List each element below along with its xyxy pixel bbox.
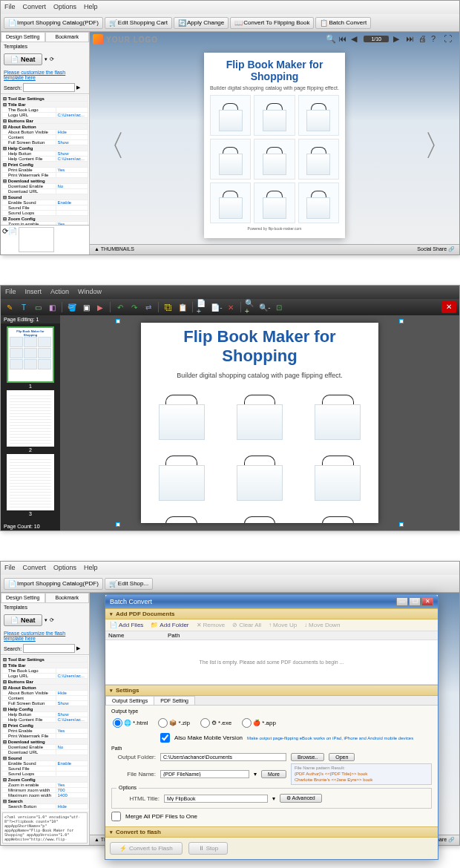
tab-pdf-setting[interactable]: PDF Setting bbox=[154, 696, 195, 705]
template-dropdown-icon[interactable]: ▾ bbox=[45, 617, 47, 623]
redo-icon[interactable]: ↷ bbox=[128, 301, 140, 313]
import-catalog-button[interactable]: Import Shopping Catalog(PDF) bbox=[4, 578, 103, 590]
stop-button[interactable]: ⏸ Stop bbox=[188, 842, 228, 855]
setting-row[interactable]: Logo URLC:\Users\ac... bbox=[2, 113, 88, 118]
setting-row[interactable]: Help Content FileC:\Users\ac... bbox=[2, 157, 88, 162]
setting-row[interactable]: Download EnableNo bbox=[2, 745, 88, 750]
close-button[interactable]: ✕ bbox=[441, 301, 456, 313]
html-title-input[interactable] bbox=[164, 795, 268, 803]
edit-cart-button[interactable]: Edit Shop... bbox=[105, 578, 153, 590]
merge-checkbox[interactable] bbox=[111, 812, 121, 821]
frame-tool-icon[interactable]: ▣ bbox=[80, 301, 92, 313]
setting-row[interactable]: Download EnableNo bbox=[2, 184, 88, 189]
search-input[interactable] bbox=[23, 644, 75, 653]
thumb-refresh-icon[interactable]: ⟳📄 bbox=[2, 227, 17, 253]
file-list[interactable]: The list is empty. Please add some PDF d… bbox=[105, 640, 438, 685]
setting-row[interactable]: Full Screen ButtonShow bbox=[2, 701, 88, 706]
setting-row[interactable]: Help ButtonShow bbox=[2, 151, 88, 157]
batch-convert-button[interactable]: Batch Convert bbox=[315, 17, 371, 29]
setting-row[interactable]: Maximum zoom width1400 bbox=[2, 793, 88, 798]
import-catalog-button[interactable]: Import Shopping Catalog(PDF) bbox=[4, 17, 103, 29]
template-selector[interactable]: 📄Neat bbox=[4, 614, 42, 626]
setting-row[interactable]: ⊟ Zoom Config bbox=[2, 216, 88, 222]
template-selector[interactable]: 📄Neat bbox=[4, 53, 42, 65]
open-button[interactable]: Open bbox=[329, 753, 355, 761]
fit-icon[interactable]: ⊡ bbox=[273, 301, 285, 313]
thumbnails-button[interactable]: ▲ THUMBNAILS bbox=[94, 246, 134, 253]
convert-to-flash-button[interactable]: ⚡ Convert to Flash bbox=[110, 842, 183, 855]
setting-row[interactable]: Print Watermark File bbox=[2, 173, 88, 178]
setting-row[interactable]: ⊟ Help Config bbox=[2, 145, 88, 151]
menu-options[interactable]: Options bbox=[53, 3, 76, 12]
menu-convert[interactable]: Convert bbox=[23, 3, 47, 12]
template-dropdown-icon[interactable]: ▾ bbox=[45, 56, 47, 62]
setting-row[interactable]: ⊟ Zoom Config bbox=[2, 777, 88, 783]
editor-canvas[interactable]: Flip Book Maker for Shopping Builder dig… bbox=[60, 315, 459, 530]
remove-button[interactable]: ✕ Remove bbox=[197, 622, 226, 628]
setting-row[interactable]: ⊟ Help Config bbox=[2, 706, 88, 712]
page-left-arrow[interactable]: 〈 bbox=[96, 125, 125, 166]
setting-row[interactable]: ⊟ About Button bbox=[2, 124, 88, 130]
add-folder-button[interactable]: 📁 Add Folder bbox=[151, 622, 188, 628]
add-page-icon[interactable]: 📄+ bbox=[197, 301, 208, 313]
tab-design-setting[interactable]: Design Setting bbox=[1, 593, 45, 603]
setting-row[interactable]: ⊟ Print Config bbox=[2, 723, 88, 729]
customize-template-link[interactable]: Please customize the flash template here bbox=[1, 68, 89, 82]
first-page-icon[interactable]: ⏮ bbox=[338, 35, 346, 43]
undo-icon[interactable]: ↶ bbox=[114, 301, 126, 313]
setting-row[interactable]: ⊟ Tool Bar Settings bbox=[2, 657, 88, 662]
search-go-icon[interactable]: ▶ bbox=[76, 645, 80, 651]
setting-row[interactable]: ⊟ Sound bbox=[2, 755, 88, 761]
setting-row[interactable]: Print Watermark File bbox=[2, 734, 88, 739]
setting-row[interactable]: Minimum zoom width700 bbox=[2, 788, 88, 793]
menu-insert[interactable]: Insert bbox=[25, 288, 42, 297]
print-icon[interactable]: 🖨 bbox=[418, 35, 427, 43]
setting-row[interactable]: ⊟ Download setting bbox=[2, 178, 88, 184]
menu-file[interactable]: File bbox=[5, 288, 16, 297]
setting-row[interactable]: Sound Loops bbox=[2, 772, 88, 777]
edit-cart-button[interactable]: Edit Shopping Cart bbox=[105, 17, 172, 29]
delete-icon[interactable]: ✕ bbox=[225, 301, 237, 313]
setting-row[interactable]: The Book Logo bbox=[2, 108, 88, 113]
move-up-button[interactable]: ↑ Move Up bbox=[269, 622, 297, 628]
prev-page-icon[interactable]: ◀ bbox=[351, 35, 359, 43]
info-icon[interactable]: ? bbox=[431, 35, 439, 43]
setting-row[interactable]: Sound File bbox=[2, 766, 88, 772]
setting-row[interactable]: ⊟ Buttons Bar bbox=[2, 679, 88, 685]
setting-row[interactable]: Sound File bbox=[2, 206, 88, 211]
setting-row[interactable]: Print EnableYes bbox=[2, 729, 88, 734]
menu-convert[interactable]: Convert bbox=[23, 564, 47, 573]
setting-row[interactable]: About Button VisibleHide bbox=[2, 130, 88, 135]
menu-file[interactable]: File bbox=[4, 3, 16, 12]
customize-template-link[interactable]: Please customize the flash template here bbox=[1, 629, 89, 642]
setting-row[interactable]: Print EnableYes bbox=[2, 168, 88, 173]
section-convert[interactable]: ▾Convert to flash bbox=[105, 826, 438, 838]
output-folder-input[interactable] bbox=[160, 753, 286, 761]
menu-help[interactable]: Help bbox=[84, 3, 98, 12]
clear-all-button[interactable]: ⊘ Clear All bbox=[232, 622, 261, 628]
html-title-dropdown-icon[interactable]: ▾ bbox=[272, 795, 275, 802]
minimize-button[interactable]: — bbox=[396, 597, 408, 606]
zoom-icon[interactable]: 🔍 bbox=[326, 35, 334, 43]
section-add-documents[interactable]: ▾Add PDF Documents bbox=[105, 608, 438, 619]
setting-row[interactable]: About Button VisibleHide bbox=[2, 691, 88, 696]
search-go-icon[interactable]: ▶ bbox=[76, 85, 80, 91]
text-tool-icon[interactable]: T bbox=[18, 301, 30, 313]
settings-tree[interactable]: ⊟ Tool Bar Settings⊟ Title BarThe Book L… bbox=[1, 654, 89, 811]
setting-row[interactable]: ⊟ About Button bbox=[2, 685, 88, 691]
more-button[interactable]: More bbox=[261, 770, 286, 778]
paste-icon[interactable]: 📋 bbox=[177, 301, 188, 313]
setting-row[interactable]: Search ButtonHide bbox=[2, 804, 88, 809]
zoom-in-icon[interactable]: 🔍+ bbox=[245, 301, 257, 313]
move-down-button[interactable]: ↓ Move Down bbox=[304, 622, 340, 628]
advanced-button[interactable]: ⚙ Advanced bbox=[280, 794, 322, 803]
menu-file[interactable]: File bbox=[4, 564, 16, 573]
setting-row[interactable]: Help ButtonShow bbox=[2, 712, 88, 717]
setting-row[interactable]: Download URL bbox=[2, 750, 88, 755]
pencil-tool-icon[interactable]: ✎ bbox=[4, 301, 16, 313]
convert-flipbook-button[interactable]: Convert To Flipping Book bbox=[230, 17, 314, 29]
social-share-button[interactable]: Social Share 🔗 bbox=[417, 246, 455, 253]
tab-bookmark[interactable]: Bookmark bbox=[45, 593, 90, 603]
setting-row[interactable]: ⊟ Title Bar bbox=[2, 102, 88, 108]
search-input[interactable] bbox=[23, 83, 75, 92]
